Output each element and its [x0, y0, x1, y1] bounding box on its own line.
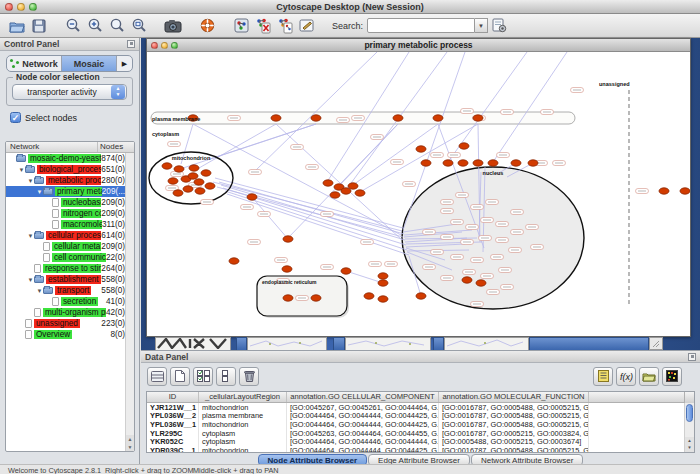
tree-row[interactable]: ▼establishment of lo558(0)	[6, 274, 134, 285]
tree-row[interactable]: ▼transport558(0)	[6, 285, 134, 296]
zoom-selected-icon[interactable]	[106, 16, 128, 36]
tree-row[interactable]: ▼biological_process651(0)	[6, 164, 134, 175]
tree-row[interactable]: ▼cellular process614(0)	[6, 230, 134, 241]
background-window-edge[interactable]	[433, 337, 444, 350]
tree-row[interactable]: nucleobase-209(0)	[6, 197, 134, 208]
table-row[interactable]: YJR121W__1mitochondrion[GO:0045267, GO:0…	[147, 403, 694, 412]
network-node[interactable]	[528, 160, 538, 166]
tab-overflow-arrow-icon[interactable]: ▶	[117, 56, 132, 71]
table-row[interactable]: YDR039C__1mitochondrion[GO:0044464, GO:0…	[147, 446, 694, 453]
snapshot-camera-icon[interactable]	[162, 16, 184, 36]
disclosure-triangle-icon[interactable]: ▼	[27, 233, 34, 239]
network-node[interactable]	[162, 163, 172, 169]
tree-row[interactable]: cellular metabo209(0)	[6, 241, 134, 252]
table-row[interactable]: YLR295Ccytoplasm[GO:0045263, GO:0044464,…	[147, 429, 694, 438]
disclosure-triangle-icon[interactable]: ▼	[18, 167, 25, 173]
network-node[interactable]	[195, 188, 205, 194]
function-builder-icon[interactable]: f(x)	[616, 367, 636, 386]
background-window-edge[interactable]	[333, 337, 345, 350]
network-node[interactable]	[283, 295, 293, 301]
network-node[interactable]	[168, 178, 178, 184]
tree-row[interactable]: ▼metabolic process280(0)	[6, 175, 134, 186]
disclosure-triangle-icon[interactable]: ▼	[27, 178, 34, 184]
background-window-edge[interactable]	[529, 337, 649, 350]
zoom-out-icon[interactable]	[62, 16, 84, 36]
float-panel-icon[interactable]	[127, 40, 135, 48]
column-header[interactable]: ID	[147, 392, 199, 402]
tree-row[interactable]: cell communicat22(0)	[6, 252, 134, 263]
network-node[interactable]	[323, 180, 333, 186]
network-overview-icon[interactable]	[230, 16, 252, 36]
network-canvas[interactable]: plasma membrane cytoplasm mitochondrion …	[147, 52, 690, 336]
zoom-fit-icon[interactable]	[128, 16, 150, 36]
network-node[interactable]	[229, 258, 239, 264]
tree-row[interactable]: Overview8(0)	[6, 329, 134, 340]
network-node[interactable]	[488, 160, 498, 166]
network-node[interactable]	[271, 115, 281, 121]
table-scrollbar[interactable]: ▲▼	[684, 403, 694, 452]
table-cell[interactable]: [GO:0016787, GO:0005488, GO:0005215, G..…	[439, 446, 589, 453]
advanced-search-icon[interactable]	[488, 16, 510, 36]
window-resize-grip[interactable]	[649, 337, 663, 350]
network-node[interactable]	[511, 160, 521, 166]
network-node[interactable]	[311, 295, 321, 301]
disclosure-triangle-icon[interactable]: ▼	[36, 189, 43, 195]
disclosure-triangle-icon[interactable]: ▼	[27, 277, 34, 283]
network-node[interactable]	[174, 166, 184, 172]
table-row[interactable]: YKR052Ccytoplasm[GO:0044464, GO:0044446,…	[147, 437, 694, 446]
float-data-panel-icon[interactable]	[688, 353, 696, 361]
network-node[interactable]	[201, 170, 211, 176]
network-node[interactable]	[378, 273, 388, 279]
table-corner-button[interactable]	[684, 392, 694, 403]
tree-row[interactable]: ▼primary metabo209(...	[6, 186, 134, 197]
node-color-dropdown[interactable]: transporter activity ▲▼	[12, 84, 127, 100]
network-node[interactable]	[348, 183, 358, 189]
table-row[interactable]: YPL036W__1mitochondrion[GO:0044464, GO:0…	[147, 420, 694, 429]
network-node[interactable]	[341, 188, 351, 194]
network-node[interactable]	[433, 115, 443, 121]
table-row[interactable]: YPL036W__2plasma membrane[GO:0044464, GO…	[147, 412, 694, 421]
tree-scrollbar[interactable]: ▲▼	[125, 153, 134, 451]
network-node[interactable]	[421, 160, 431, 166]
network-node[interactable]	[473, 160, 483, 166]
delete-attribute-icon[interactable]	[239, 367, 259, 386]
table-cell[interactable]: [GO:0044464, GO:0044444, GO:0044425, G..…	[287, 446, 439, 453]
network-node[interactable]	[378, 280, 388, 286]
network-node[interactable]	[416, 146, 426, 152]
network-node[interactable]	[330, 192, 340, 198]
table-mode-icon[interactable]	[147, 367, 167, 386]
table-cell[interactable]: mitochondrion	[199, 446, 287, 453]
annotation-icon[interactable]	[296, 16, 318, 36]
network-node[interactable]	[341, 268, 351, 274]
network-node[interactable]	[282, 266, 292, 272]
network-node[interactable]	[378, 296, 388, 302]
network-node[interactable]	[680, 188, 690, 194]
network-node[interactable]	[462, 277, 472, 283]
tree-row[interactable]: nitrogen compo209(0)	[6, 208, 134, 219]
tree-column-network[interactable]: Network	[6, 142, 98, 152]
column-header[interactable]: annotation.GO CELLULAR_COMPONENT	[287, 392, 439, 402]
save-icon[interactable]	[28, 16, 50, 36]
network-node[interactable]	[194, 179, 204, 185]
network-node[interactable]	[416, 293, 426, 299]
tab-network[interactable]: Network	[7, 56, 62, 71]
network-node[interactable]	[473, 115, 483, 121]
tree-row[interactable]: unassigned223(0)	[6, 318, 134, 329]
nucleus-region[interactable]	[402, 167, 584, 309]
search-input[interactable]	[367, 18, 475, 33]
network-node[interactable]	[188, 173, 198, 179]
network-node[interactable]	[183, 186, 193, 192]
destroy-view-icon[interactable]	[274, 16, 296, 36]
network-node[interactable]	[189, 165, 199, 171]
attribute-list-icon[interactable]	[593, 367, 613, 386]
zoom-in-icon[interactable]	[84, 16, 106, 36]
disclosure-triangle-icon[interactable]: ▼	[36, 288, 43, 294]
open-folder-icon[interactable]	[6, 16, 28, 36]
tree-row[interactable]: secretion41(0)	[6, 296, 134, 307]
tab-mosaic[interactable]: Mosaic	[62, 56, 117, 71]
table-cell[interactable]: YDR039C__1	[147, 446, 199, 453]
tree-row[interactable]: mosaic-demo-yeast874(0)	[6, 153, 134, 164]
network-node[interactable]	[355, 190, 365, 196]
import-attributes-icon[interactable]	[639, 367, 659, 386]
network-node[interactable]	[247, 194, 257, 200]
